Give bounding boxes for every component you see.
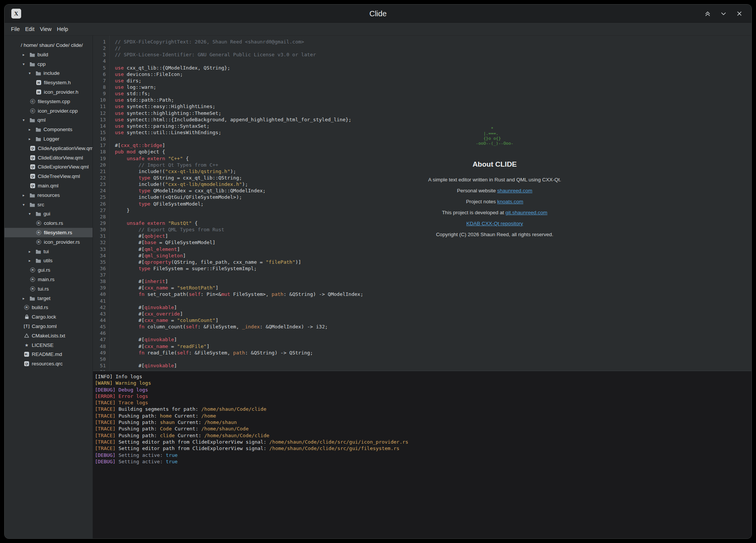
- tree-item-label: README.md: [32, 351, 62, 357]
- tree-item-utils[interactable]: ▸utils: [5, 256, 93, 266]
- project-notes-link[interactable]: knoats.com: [497, 199, 523, 204]
- lock-icon: [23, 314, 30, 319]
- tree-item-qml[interactable]: ▾qml: [5, 116, 93, 125]
- tree-item-include[interactable]: ▾include: [5, 69, 93, 78]
- scroll-to-top-button[interactable]: [704, 10, 711, 17]
- rust-file-icon: R: [29, 268, 36, 272]
- personal-website-link[interactable]: shaunreed.com: [497, 188, 532, 193]
- log-line: [TRACE] Pushing path: home Current: /hom…: [95, 413, 748, 419]
- tree-item-label: utils: [43, 258, 53, 263]
- log-line: [TRACE] Setting editor path from ClideEx…: [95, 439, 748, 445]
- chevron-right-icon[interactable]: ▸: [29, 137, 35, 141]
- markdown-file-icon: M↓: [23, 352, 30, 357]
- chevron-down-icon[interactable]: ▾: [29, 71, 35, 75]
- tree-item-icon-provider.h[interactable]: Hicon_provider.h: [5, 87, 93, 97]
- tree-item-clideeditorview.qml[interactable]: QtClideEditorView.qml: [5, 153, 93, 162]
- chevron-down-icon[interactable]: ▾: [23, 62, 29, 66]
- git-repo-link[interactable]: git.shaunreed.com: [506, 210, 547, 215]
- tree-root[interactable]: / home/ shaun/ Code/ clide/: [5, 40, 93, 50]
- tree-item-cmakelists.txt[interactable]: CMakeLists.txt: [5, 331, 93, 340]
- chevron-right-icon[interactable]: ▸: [23, 193, 29, 197]
- tree-item-logger[interactable]: ▸Logger: [5, 134, 93, 144]
- tree-item-src[interactable]: ▾src: [5, 200, 93, 209]
- folder-icon: [29, 118, 36, 122]
- qt-file-icon: Qt: [29, 174, 36, 179]
- chevron-right-icon[interactable]: ▸: [23, 53, 29, 57]
- tree-item-tui.rs[interactable]: Rtui.rs: [5, 284, 93, 294]
- file-tree: ▸build▾cpp▾includeHfilesystem.hHicon_pro…: [5, 50, 93, 368]
- menu-help[interactable]: Help: [55, 25, 70, 33]
- tree-item-label: ClideApplicationView.qml: [38, 145, 93, 151]
- tree-item-label: main.qml: [38, 183, 59, 189]
- tree-item-target[interactable]: ▸target: [5, 294, 93, 303]
- tree-item-icon-provider.cpp[interactable]: Cicon_provider.cpp: [5, 106, 93, 116]
- tree-item-components[interactable]: ▸Components: [5, 125, 93, 134]
- tree-item-tui[interactable]: ▸tui: [5, 247, 93, 256]
- folder-icon: [29, 52, 36, 57]
- chevron-down-icon[interactable]: ▾: [23, 203, 29, 207]
- code-line: // SPDX-FileCopyrightText: 2026, Shaun R…: [115, 39, 751, 45]
- menu-file[interactable]: File: [9, 25, 22, 33]
- tree-item-label: src: [37, 202, 44, 207]
- chevron-right-icon[interactable]: ▸: [29, 258, 35, 263]
- tree-item-clideapplicationview.qml[interactable]: QtClideApplicationView.qml: [5, 144, 93, 153]
- log-line: [ERROR] Error logs: [95, 393, 748, 399]
- app-window: X Clide FileEditViewHelp: [4, 4, 752, 539]
- rust-file-icon: R: [29, 277, 36, 282]
- tree-item-filesystem.cpp[interactable]: Cfilesystem.cpp: [5, 97, 93, 106]
- editor-pane[interactable]: 1234567891011121314151617181920212223242…: [93, 36, 751, 371]
- tree-item-label: CMakeLists.txt: [32, 333, 65, 339]
- tree-item-license[interactable]: ★LICENSE: [5, 340, 93, 350]
- file-explorer: / home/ shaun/ Code/ clide/ ▸build▾cpp▾i…: [5, 36, 93, 538]
- rust-file-icon: R: [36, 230, 42, 235]
- tree-item-gui.rs[interactable]: Rgui.rs: [5, 265, 93, 275]
- about-notes-prefix: Project notes: [466, 199, 497, 204]
- folder-icon: [35, 127, 42, 132]
- tree-item-resources[interactable]: ▸resources: [5, 190, 93, 200]
- log-console[interactable]: [INFO] Info logs[WARN] Warning logs[DEBU…: [93, 371, 751, 538]
- tree-item-resources.qrc[interactable]: Qtresources.qrc: [5, 359, 93, 368]
- rust-file-icon: R: [23, 305, 30, 310]
- tree-item-build.rs[interactable]: Rbuild.rs: [5, 303, 93, 312]
- tree-item-cpp[interactable]: ▾cpp: [5, 59, 93, 69]
- about-website-prefix: Personal website: [457, 188, 497, 193]
- tree-item-filesystem.h[interactable]: Hfilesystem.h: [5, 78, 93, 87]
- tree-item-main.rs[interactable]: Rmain.rs: [5, 275, 93, 284]
- tree-item-clideexplorerview.qml[interactable]: QtClideExplorerView.qml: [5, 162, 93, 172]
- code-line: #[qml_singleton]: [115, 252, 751, 259]
- titlebar[interactable]: X Clide: [5, 5, 751, 23]
- folder-icon: [29, 296, 36, 301]
- tree-item-build[interactable]: ▸build: [5, 50, 93, 59]
- header-file-icon: H: [36, 90, 42, 94]
- chevron-right-icon[interactable]: ▸: [29, 127, 35, 131]
- tree-item-colors.rs[interactable]: Rcolors.rs: [5, 218, 93, 228]
- log-line: [TRACE] Trace logs: [95, 399, 748, 406]
- menu-edit[interactable]: Edit: [23, 25, 36, 33]
- about-panel: * |.===. {}o o{} -ooO--(_)--Ooo- About C…: [377, 126, 612, 237]
- tree-item-cargo.toml[interactable]: [T]Cargo.toml: [5, 322, 93, 331]
- chevron-down-icon[interactable]: ▾: [29, 212, 35, 216]
- tree-item-gui[interactable]: ▾gui: [5, 209, 93, 219]
- tree-item-label: include: [43, 70, 60, 76]
- log-lines: [INFO] Info logs[WARN] Warning logs[DEBU…: [95, 373, 748, 465]
- chevron-right-icon[interactable]: ▸: [23, 296, 29, 300]
- code-line: #[qinvokable]: [115, 336, 751, 343]
- ascii-logo: * |.===. {}o o{} -ooO--(_)--Ooo-: [476, 126, 513, 146]
- scroll-down-button[interactable]: [720, 10, 727, 17]
- close-button[interactable]: [736, 10, 743, 17]
- chevron-down-icon[interactable]: ▾: [23, 118, 29, 122]
- tree-item-main.qml[interactable]: Qtmain.qml: [5, 181, 93, 190]
- qt-file-icon: Qt: [23, 361, 30, 366]
- tree-item-clidetreeview.qml[interactable]: QtClideTreeView.qml: [5, 172, 93, 181]
- tree-item-icon-provider.rs[interactable]: Ricon_provider.rs: [5, 237, 93, 247]
- log-line: [TRACE] Pushing path: clide Current: /ho…: [95, 432, 748, 439]
- kdab-cxx-qt-repo-link[interactable]: KDAB CXX-Qt repository: [466, 221, 523, 226]
- menu-view[interactable]: View: [38, 25, 53, 33]
- tree-item-cargo.lock[interactable]: Cargo.lock: [5, 312, 93, 322]
- folder-icon: [35, 71, 42, 76]
- tree-item-readme.md[interactable]: M↓README.md: [5, 350, 93, 359]
- tree-item-filesystem.rs[interactable]: Rfilesystem.rs: [5, 228, 93, 237]
- code-line: #[cxx_name = "readFile"]: [115, 343, 751, 350]
- code-line: fn column_count(self: &FileSystem, _inde…: [115, 323, 751, 330]
- chevron-right-icon[interactable]: ▸: [29, 249, 35, 254]
